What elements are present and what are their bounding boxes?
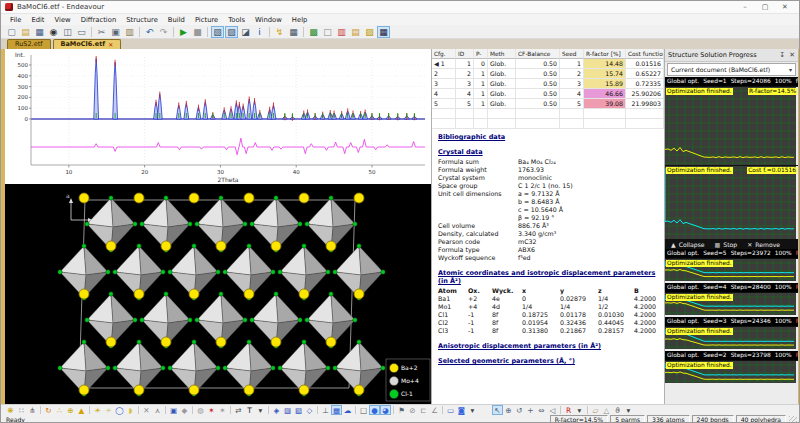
rotate-atoms-icon[interactable]: ↻ <box>43 405 54 415</box>
atom-cluster-icon[interactable]: ∴ <box>54 405 65 415</box>
yellow-chart-toggle-icon[interactable]: ▤ <box>349 26 362 38</box>
config-cell-r-factor[interactable]: 15.89 <box>584 79 626 89</box>
maximize-button[interactable]: ▢ <box>755 1 775 13</box>
config-cell-r-factor[interactable]: 39.08 <box>584 99 626 109</box>
depth-cue-icon[interactable]: ▦ <box>331 405 342 415</box>
structure-view-icon[interactable]: ▨ <box>225 26 238 38</box>
config-column-header[interactable]: Cfg. <box>432 49 456 59</box>
collapse-button[interactable]: ▲Collapse <box>671 241 705 248</box>
new-file-icon[interactable]: ▢ <box>5 26 18 38</box>
view-a-axis-icon[interactable]: ◈ <box>271 405 282 415</box>
remove-button[interactable]: ✕Remove <box>747 241 780 248</box>
config-cell-p[interactable]: 1 <box>474 79 488 89</box>
config-cell-meth[interactable]: Glob. <box>488 69 516 79</box>
molecule-walk-icon[interactable]: ⋔ <box>27 405 38 415</box>
view-diagonal-icon[interactable]: ◇ <box>304 405 315 415</box>
config-cell-r-factor[interactable]: 15.74 <box>584 69 626 79</box>
tab-rus2-etf[interactable]: RuS2.etf <box>7 39 51 49</box>
config-cell-p[interactable]: 1 <box>474 69 488 79</box>
folder-icon[interactable]: ▱ <box>590 405 601 415</box>
menu-item-picture[interactable]: Picture <box>190 16 223 24</box>
config-cell-cfg[interactable]: 5 <box>432 99 456 109</box>
open-file-icon[interactable]: ▤ <box>19 26 32 38</box>
packing-diamond-icon[interactable]: ◆ <box>179 405 190 415</box>
pan-view-icon[interactable]: + <box>525 405 536 415</box>
config-column-header[interactable]: ID <box>456 49 474 59</box>
config-cell-meth[interactable]: Glob. <box>488 59 516 69</box>
config-cell-cfg[interactable]: ◀ 1 <box>432 59 456 69</box>
triangle-outline-icon[interactable]: △ <box>601 405 612 415</box>
config-cell-p[interactable]: 1 <box>474 99 488 109</box>
config-cell-cf-balance[interactable]: 0.50 <box>516 99 560 109</box>
more-dropdown-arrow[interactable]: ▾ <box>467 405 478 415</box>
config-cell-p[interactable]: 1 <box>474 89 488 99</box>
select-arrow-icon[interactable]: ↖ <box>492 405 503 415</box>
close-button[interactable]: ✕ <box>775 1 795 13</box>
no-link-icon[interactable]: ⊘ <box>407 405 418 415</box>
config-cell-cost[interactable]: 0.01516 <box>626 59 664 69</box>
rotate-view-icon[interactable]: ↺ <box>514 405 525 415</box>
config-cell-cfg[interactable]: 4 <box>432 89 456 99</box>
perspective-icon[interactable]: ⊥ <box>320 405 331 415</box>
menu-item-view[interactable]: View <box>50 16 76 24</box>
config-column-header[interactable]: R-factor [%] <box>584 49 626 59</box>
move-atom-icon[interactable]: ⊕ <box>65 405 76 415</box>
config-cell-cost[interactable]: 0.72335 <box>626 79 664 89</box>
tools-dropdown-arrow[interactable]: ▾ <box>623 405 634 415</box>
warning-icon[interactable]: ▲ <box>76 405 87 415</box>
config-cell-cf-balance[interactable]: 0.50 <box>516 79 560 89</box>
paste-icon[interactable]: ▥ <box>123 26 136 38</box>
white-table-toggle-icon[interactable]: □ <box>321 26 334 38</box>
config-cell-meth[interactable]: Glob. <box>488 99 516 109</box>
view-c-axis-icon[interactable]: ▧ <box>293 405 304 415</box>
minimize-button[interactable]: – <box>735 1 755 13</box>
menu-item-help[interactable]: Help <box>287 16 313 24</box>
print-preview-icon[interactable]: ◫ <box>61 26 74 38</box>
config-cell-seed[interactable]: 5 <box>560 99 584 109</box>
menu-item-window[interactable]: Window <box>250 16 287 24</box>
config-cell-cf-balance[interactable]: 0.50 <box>516 89 560 99</box>
pattern-toggle-icon[interactable]: ▨ <box>363 26 376 38</box>
flag-icon[interactable]: ⚑ <box>396 405 407 415</box>
undo-icon[interactable]: ↶ <box>143 26 156 38</box>
lightning-icon[interactable]: ↯ <box>273 26 286 38</box>
r-factor-icon[interactable]: R <box>563 405 574 415</box>
config-cell-cf-balance[interactable]: 0.50 <box>516 69 560 79</box>
menu-item-structure[interactable]: Structure <box>121 16 163 24</box>
config-cell-cf-balance[interactable]: 0.50 <box>516 59 560 69</box>
snapshot-icon[interactable]: ◙ <box>456 405 467 415</box>
find-icon[interactable]: ◉ <box>47 26 60 38</box>
wire-frame-icon[interactable]: □ <box>358 405 369 415</box>
bond-tree-icon[interactable]: ⋏ <box>152 405 163 415</box>
parameters-icon[interactable]: ▦ <box>287 26 300 38</box>
r-dropdown-arrow[interactable]: ▾ <box>574 405 585 415</box>
menu-item-edit[interactable]: Edit <box>26 16 49 24</box>
document-selector-dropdown[interactable]: Current document (BaMoCl6.etf) ▾ <box>667 63 796 76</box>
config-cell-cost[interactable]: 0.65227 <box>626 69 664 79</box>
stop-calculation-icon[interactable]: ■ <box>191 26 204 38</box>
config-cell-meth[interactable]: Glob. <box>488 79 516 89</box>
config-column-header[interactable]: Seed <box>560 49 584 59</box>
progress-panel-toggle-icon[interactable]: ▦ <box>377 26 390 38</box>
diffraction-view-icon[interactable]: ▧ <box>211 26 224 38</box>
menu-item-diffraction[interactable]: Diffraction <box>76 16 122 24</box>
atom-style-icon[interactable]: ❋ <box>5 405 16 415</box>
config-cell-id[interactable]: 2 <box>456 69 474 79</box>
resize-grip[interactable] <box>789 416 797 423</box>
green-table-toggle-icon[interactable]: ▩ <box>307 26 320 38</box>
configuration-table[interactable]: Cfg.IDP-MethCF-BalanceSeedR-factor [%]Co… <box>432 49 664 129</box>
gray-sphere-icon[interactable]: ◍ <box>195 405 206 415</box>
config-cell-seed[interactable]: 2 <box>560 69 584 79</box>
info-icon[interactable]: i <box>253 26 266 38</box>
atom-pair-icon[interactable]: ∷ <box>16 405 27 415</box>
config-cell-seed[interactable]: 4 <box>560 89 584 99</box>
swap-view-icon[interactable]: ⇄ <box>233 405 244 415</box>
red-chart-toggle-icon[interactable]: ▥ <box>335 26 348 38</box>
text-label-icon[interactable]: T <box>244 405 255 415</box>
print-icon[interactable]: ▭ <box>75 26 88 38</box>
config-cell-seed[interactable]: 3 <box>560 79 584 89</box>
config-cell-cost[interactable]: 21.99803 <box>626 99 664 109</box>
measure-angle-icon[interactable]: ∠ <box>429 405 440 415</box>
config-cell-cfg[interactable]: 2 <box>432 69 456 79</box>
config-cell-id[interactable]: 3 <box>456 79 474 89</box>
